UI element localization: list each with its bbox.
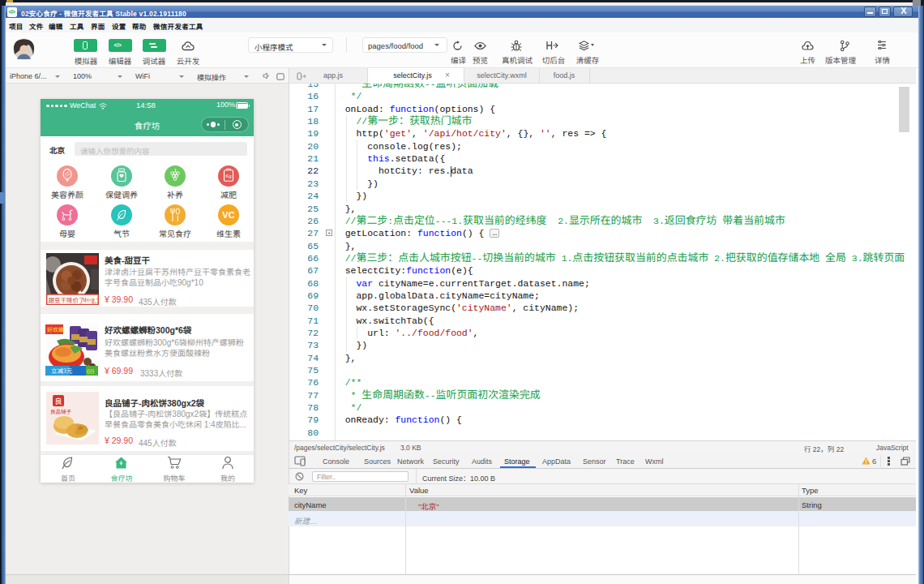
svg-text:好欢螺: 好欢螺 [47,325,64,333]
svg-text:良: 良 [55,396,62,406]
svg-text:69: 69 [87,366,95,376]
svg-text:2.7: 2.7 [92,296,99,305]
svg-text:立减3元: 立减3元 [51,366,73,375]
svg-text:甜豆干降价了!: 甜豆干降价了! [49,295,88,304]
svg-text:良品铺子: 良品铺子 [50,407,72,415]
svg-text:Kg: Kg [225,174,231,178]
